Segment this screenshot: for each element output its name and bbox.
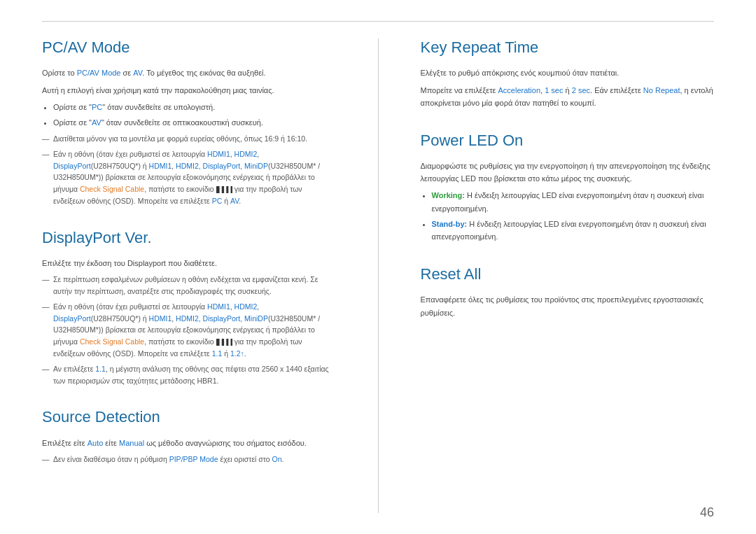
page-number: 46 (700, 505, 714, 520)
pcav-mode-body: Ορίστε το PC/AV Mode σε AV. Το μέγεθος τ… (42, 66, 336, 206)
section-source-detection: Source Detection Επιλέξτε είτε Auto είτε… (42, 408, 336, 468)
reset-all-body: Επαναφέρετε όλες τις ρυθμίσεις του προϊό… (421, 293, 715, 318)
source-detection-body: Επιλέξτε είτε Auto είτε Manual ως μέθοδο… (42, 437, 336, 465)
top-divider (42, 21, 714, 22)
key-repeat-body: Ελέγξτε το ρυθμό απόκρισης ενός κουμπιού… (421, 66, 715, 108)
pcav-para-2: Αυτή η επιλογή είναι χρήσιμη κατά την πα… (42, 84, 336, 97)
pcav-note-1: Διατίθεται μόνον για τα μοντέλα με φορμά… (42, 133, 336, 145)
displayport-para-1: Επιλέξτε την έκδοση του Displayport που … (42, 257, 336, 269)
column-divider (378, 38, 379, 513)
pcav-para-1: Ορίστε το PC/AV Mode σε AV. Το μέγεθος τ… (42, 66, 336, 79)
key-repeat-title: Key Repeat Time (421, 38, 715, 57)
source-detection-para-1: Επιλέξτε είτε Auto είτε Manual ως μέθοδο… (42, 437, 336, 449)
power-led-bullet-working: Working: Η ένδειξη λειτουργίας LED είναι… (432, 189, 715, 214)
section-pcav-mode: PC/AV Mode Ορίστε το PC/AV Mode σε AV. Τ… (42, 38, 336, 211)
power-led-body: Διαμορφώστε τις ρυθμίσεις για την ενεργο… (421, 160, 715, 243)
pcav-bullet-2: Ορίστε σε "AV" όταν συνδεθείτε σε οπτικο… (53, 116, 336, 129)
power-led-para-1: Διαμορφώστε τις ρυθμίσεις για την ενεργο… (421, 160, 715, 185)
power-led-bullet-standby: Stand-by: Η ένδειξη λειτουργίας LED είνα… (432, 218, 715, 243)
pcav-bullet-1: Ορίστε σε "PC" όταν συνδεθείτε σε υπολογ… (53, 101, 336, 113)
section-key-repeat: Key Repeat Time Ελέγξτε το ρυθμό απόκρισ… (421, 38, 715, 113)
displayport-body: Επιλέξτε την έκδοση του Displayport που … (42, 257, 336, 386)
section-reset-all: Reset All Επαναφέρετε όλες τις ρυθμίσεις… (421, 265, 715, 323)
power-led-bullet-list: Working: Η ένδειξη λειτουργίας LED είναι… (432, 189, 715, 243)
section-power-led: Power LED On Διαμορφώστε τις ρυθμίσεις γ… (421, 132, 715, 247)
pcav-link-1: PC/AV Mode (77, 69, 121, 77)
displayport-title: DisplayPort Ver. (42, 229, 336, 247)
left-column: PC/AV Mode Ορίστε το PC/AV Mode σε AV. Τ… (42, 38, 336, 513)
reset-all-para-1: Επαναφέρετε όλες τις ρυθμίσεις του προϊό… (421, 293, 715, 318)
source-detection-note-1: Δεν είναι διαθέσιμο όταν η ρύθμιση PIP/P… (42, 454, 336, 465)
source-detection-title: Source Detection (42, 408, 336, 426)
displayport-note-2: Εάν η οθόνη (όταν έχει ρυθμιστεί σε λειτ… (42, 301, 336, 360)
content-columns: PC/AV Mode Ορίστε το PC/AV Mode σε AV. Τ… (42, 38, 714, 513)
pcav-note-2: Εάν η οθόνη (όταν έχει ρυθμιστεί σε λειτ… (42, 148, 336, 207)
page-container: PC/AV Mode Ορίστε το PC/AV Mode σε AV. Τ… (0, 0, 756, 534)
power-led-title: Power LED On (421, 132, 715, 150)
key-repeat-para-1: Ελέγξτε το ρυθμό απόκρισης ενός κουμπιού… (421, 66, 715, 79)
reset-all-title: Reset All (421, 265, 715, 283)
pcav-bullet-list: Ορίστε σε "PC" όταν συνδεθείτε σε υπολογ… (53, 101, 336, 129)
pcav-mode-title: PC/AV Mode (42, 38, 336, 57)
right-column: Key Repeat Time Ελέγξτε το ρυθμό απόκρισ… (421, 38, 715, 513)
key-repeat-para-2: Μπορείτε να επιλέξετε Acceleration, 1 se… (421, 84, 715, 109)
displayport-note-3: Αν επιλέξετε 1.1, η μέγιστη ανάλυση της … (42, 363, 336, 387)
pcav-link-2: AV (133, 69, 142, 77)
section-displayport: DisplayPort Ver. Επιλέξτε την έκδοση του… (42, 229, 336, 391)
displayport-note-1: Σε περίπτωση εσφαλμένων ρυθμίσεων η οθόν… (42, 274, 336, 297)
